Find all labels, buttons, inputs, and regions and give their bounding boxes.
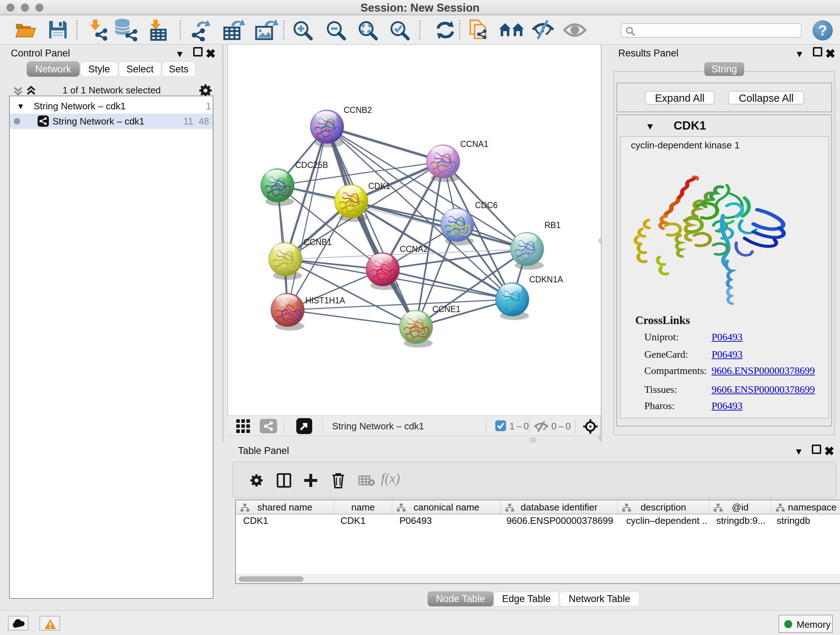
svg-text:CDKN1A: CDKN1A [529,275,563,284]
svg-text:CDC6: CDC6 [475,201,498,210]
svg-text:CCNB2: CCNB2 [344,105,372,115]
svg-text:CCNA1: CCNA1 [460,139,488,149]
svg-text:CCNA2: CCNA2 [400,244,428,254]
svg-text:HIST1H1A: HIST1H1A [305,296,346,305]
svg-text:CCNE1: CCNE1 [432,304,461,314]
svg-text:CCNB1: CCNB1 [303,238,332,247]
svg-text:RB1: RB1 [545,220,561,230]
svg-text:CDK1: CDK1 [368,181,390,191]
svg-text:CDC25B: CDC25B [295,160,328,170]
